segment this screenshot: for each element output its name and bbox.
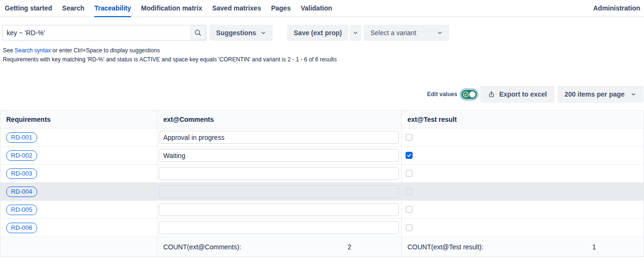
column-header-ext-test-result: ext@Test result bbox=[402, 111, 644, 128]
test-result-checkbox[interactable] bbox=[406, 188, 413, 195]
requirement-link[interactable]: RD-004 bbox=[6, 187, 37, 197]
requirement-cell: RD-006 bbox=[0, 219, 158, 236]
nav-tab-saved-matrixes[interactable]: Saved matrixes bbox=[212, 0, 261, 16]
table-footer: COUNT(ext@Comments): 2 COUNT(ext@Test re… bbox=[0, 237, 644, 256]
nav-tab-getting-started[interactable]: Getting started bbox=[5, 0, 52, 16]
footer-test-result-cell: COUNT(ext@Test result): 1 bbox=[402, 237, 644, 256]
requirement-cell: RD-002 bbox=[0, 147, 158, 164]
edit-values-control: Edit values bbox=[427, 90, 476, 99]
nav-tab-label: Modification matrix bbox=[141, 4, 202, 12]
comment-cell bbox=[158, 183, 402, 200]
nav-tabs: Getting startedSearchTraceabilityModific… bbox=[5, 0, 342, 16]
requirement-link[interactable]: RD-005 bbox=[6, 205, 37, 215]
search-icon bbox=[194, 29, 202, 37]
result-summary: Requirements with key matching 'RD-%' an… bbox=[3, 56, 644, 63]
comment-cell bbox=[158, 201, 402, 218]
test-result-cell bbox=[402, 165, 644, 182]
test-result-cell bbox=[402, 183, 644, 200]
search-button[interactable] bbox=[190, 26, 206, 40]
nav-tab-label: Search bbox=[62, 4, 85, 12]
suggestions-button[interactable]: Suggestions bbox=[209, 25, 273, 41]
variant-select-value: Select a variant bbox=[370, 29, 416, 37]
export-to-excel-button[interactable]: Export to excel bbox=[480, 86, 555, 103]
nav-tab-label: Saved matrixes bbox=[212, 4, 261, 12]
test-result-cell bbox=[402, 128, 644, 146]
nav-tab-label: Getting started bbox=[5, 4, 52, 12]
count-test-result-label: COUNT(ext@Test result): bbox=[407, 243, 484, 251]
check-icon bbox=[406, 153, 412, 158]
count-test-result-value: 1 bbox=[592, 243, 596, 251]
nav-tab-modification-matrix[interactable]: Modification matrix bbox=[141, 0, 202, 16]
test-result-checkbox[interactable] bbox=[406, 134, 413, 141]
footer-requirements-cell bbox=[0, 237, 158, 256]
traceability-table: Requirements ext@Comments ext@Test resul… bbox=[0, 110, 644, 257]
requirement-cell: RD-004 bbox=[0, 183, 158, 200]
nav-tab-traceability[interactable]: Traceability bbox=[94, 0, 131, 17]
footer-comments-cell: COUNT(ext@Comments): 2 bbox=[158, 237, 402, 256]
export-label: Export to excel bbox=[499, 90, 547, 98]
table-toolbar: Edit values Export to excel 200 items pe… bbox=[0, 86, 644, 103]
items-per-page-value: 200 items per page bbox=[565, 90, 624, 98]
comment-cell bbox=[158, 147, 402, 164]
search-query-input[interactable] bbox=[2, 25, 207, 41]
table-row: RD-003 bbox=[0, 165, 644, 183]
chevron-down-icon bbox=[353, 30, 358, 36]
comment-input[interactable] bbox=[159, 185, 399, 198]
column-header-requirements: Requirements bbox=[0, 111, 158, 128]
nav-tab-pages[interactable]: Pages bbox=[271, 0, 290, 16]
items-per-page-select[interactable]: 200 items per page bbox=[557, 86, 644, 103]
table-body: RD-001 RD-002 RD-003 bbox=[0, 128, 644, 237]
table-row: RD-002 bbox=[0, 147, 644, 165]
nav-tab-administration[interactable]: Administration bbox=[593, 0, 640, 16]
count-comments-label: COUNT(ext@Comments): bbox=[163, 243, 241, 251]
variant-select[interactable]: Select a variant bbox=[364, 25, 449, 41]
help-suffix: or enter Ctrl+Space to display suggestio… bbox=[51, 47, 160, 54]
requirement-cell: RD-005 bbox=[0, 201, 158, 218]
search-help-text: See Search syntax or enter Ctrl+Space to… bbox=[3, 47, 644, 54]
test-result-checkbox[interactable] bbox=[406, 152, 413, 159]
table-row: RD-006 bbox=[0, 219, 644, 237]
nav-tab-label: Validation bbox=[301, 4, 332, 12]
chevron-down-icon bbox=[260, 30, 266, 36]
table-row: RD-004 bbox=[0, 183, 644, 201]
requirement-link[interactable]: RD-003 bbox=[6, 168, 37, 179]
chevron-down-icon bbox=[437, 30, 443, 36]
nav-tab-validation[interactable]: Validation bbox=[301, 0, 332, 16]
comment-cell bbox=[158, 219, 402, 236]
toggle-knob bbox=[469, 91, 476, 98]
edit-values-label: Edit values bbox=[427, 91, 457, 98]
edit-values-toggle[interactable] bbox=[461, 90, 477, 99]
comment-cell bbox=[158, 128, 402, 146]
comment-cell bbox=[158, 165, 402, 182]
nav-tab-label: Traceability bbox=[94, 4, 131, 12]
save-options-button[interactable] bbox=[350, 25, 361, 41]
test-result-cell bbox=[402, 147, 644, 164]
nav-tab-search[interactable]: Search bbox=[62, 0, 85, 16]
test-result-checkbox[interactable] bbox=[406, 224, 413, 231]
suggestions-label: Suggestions bbox=[216, 29, 256, 37]
save-ext-prop-button[interactable]: Save (ext prop) bbox=[287, 25, 348, 41]
export-icon bbox=[488, 90, 495, 98]
save-label: Save (ext prop) bbox=[294, 29, 342, 37]
test-result-cell bbox=[402, 219, 644, 236]
comment-input[interactable] bbox=[159, 149, 399, 162]
test-result-checkbox[interactable] bbox=[406, 170, 413, 177]
nav-tab-label: Pages bbox=[271, 4, 290, 12]
count-comments-value: 2 bbox=[347, 243, 351, 251]
search-box bbox=[2, 25, 207, 41]
top-navigation: Getting startedSearchTraceabilityModific… bbox=[0, 0, 644, 17]
requirement-link[interactable]: RD-001 bbox=[6, 132, 37, 143]
traceability-page: Getting startedSearchTraceabilityModific… bbox=[0, 0, 644, 266]
comment-input[interactable] bbox=[159, 131, 399, 144]
test-result-checkbox[interactable] bbox=[406, 206, 413, 213]
comment-input[interactable] bbox=[159, 221, 399, 234]
test-result-cell bbox=[402, 201, 644, 218]
requirement-cell: RD-001 bbox=[0, 128, 158, 146]
check-circle-icon bbox=[463, 91, 469, 98]
requirement-link[interactable]: RD-002 bbox=[6, 150, 37, 161]
search-syntax-link[interactable]: Search syntax bbox=[15, 47, 51, 54]
requirement-link[interactable]: RD-006 bbox=[6, 223, 37, 233]
table-header: Requirements ext@Comments ext@Test resul… bbox=[0, 111, 644, 128]
comment-input[interactable] bbox=[159, 203, 399, 216]
comment-input[interactable] bbox=[159, 167, 399, 180]
